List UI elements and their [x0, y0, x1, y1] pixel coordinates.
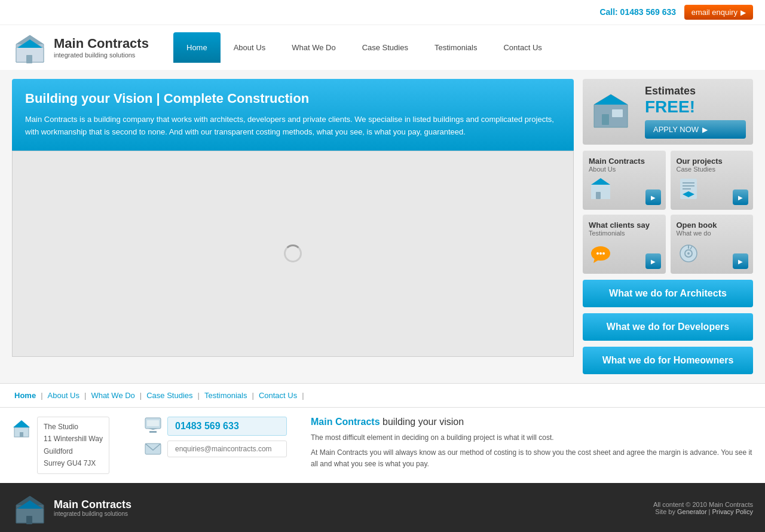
- fnav-testimonials[interactable]: Testimonials: [202, 390, 250, 401]
- nav-testimonials[interactable]: Testimonials: [421, 32, 491, 63]
- top-bar: Call: 01483 569 633 email enquiry ▶: [0, 0, 765, 25]
- estimates-box: Estimates FREE! APPLY NOW ▶: [583, 79, 753, 145]
- email-row: enquiries@maincontracts.com: [143, 439, 287, 458]
- svg-rect-32: [149, 431, 157, 433]
- estimates-icon: [590, 90, 638, 134]
- openbook-title: Open book: [677, 221, 748, 230]
- nav-about[interactable]: About Us: [221, 32, 279, 63]
- svg-rect-29: [20, 432, 23, 437]
- testimonials-icon: [589, 240, 613, 264]
- svg-marker-31: [148, 429, 158, 430]
- phone-number: Call: 01483 569 633: [599, 7, 676, 17]
- nav-case-studies[interactable]: Case Studies: [349, 32, 421, 63]
- loading-spinner: [284, 244, 302, 262]
- logo-icon: [12, 31, 48, 64]
- fnav-case-studies[interactable]: Case Studies: [144, 390, 195, 401]
- fnav-about[interactable]: About Us: [45, 390, 82, 401]
- main-nav: Home About Us What We Do Case Studies Te…: [173, 32, 555, 63]
- logo-main-text: Main Contracts: [54, 36, 149, 51]
- svg-rect-11: [596, 192, 601, 199]
- video-placeholder[interactable]: [12, 151, 574, 357]
- apply-arrow-icon: ▶: [702, 126, 708, 134]
- phone-icon: [143, 417, 163, 436]
- svg-marker-28: [13, 420, 30, 427]
- nav-home[interactable]: Home: [173, 32, 221, 63]
- email-enquiry-button[interactable]: email enquiry ▶: [684, 5, 753, 20]
- svg-point-24: [687, 252, 690, 255]
- svg-point-20: [599, 252, 602, 255]
- openbook-icon: [677, 240, 700, 264]
- generator-link[interactable]: Generator: [677, 508, 707, 515]
- email-icon: [143, 439, 163, 458]
- openbook-sub: What we do: [677, 230, 748, 237]
- nav-what-we-do[interactable]: What We Do: [279, 32, 348, 63]
- hero-box: Building your Vision | Complete Construc…: [12, 79, 574, 151]
- header: Main Contracts integrated building solut…: [0, 25, 765, 70]
- svg-marker-10: [591, 178, 610, 185]
- footer-logo-text: Main Contracts integrated building solut…: [54, 499, 131, 518]
- footer-logo: Main Contracts integrated building solut…: [12, 492, 167, 525]
- footer-logo-icon: [12, 492, 48, 525]
- svg-rect-7: [602, 114, 609, 125]
- footer-nav: Home | About Us | What We Do | Case Stud…: [0, 383, 765, 408]
- arrow-icon: ▶: [740, 8, 746, 17]
- contact-section: The Studio 11 Wintershill Way Guildford …: [0, 408, 765, 483]
- testimonials-button[interactable]: What clients say Testimonials ▶: [583, 215, 666, 274]
- svg-marker-6: [594, 94, 628, 105]
- svg-rect-13: [683, 182, 694, 184]
- developers-button[interactable]: What we do for Developers: [583, 313, 753, 341]
- svg-point-21: [602, 252, 605, 255]
- svg-rect-39: [26, 516, 32, 524]
- phone-field: 01483 569 633: [167, 417, 287, 436]
- privacy-link[interactable]: Privacy Policy: [712, 508, 753, 515]
- testimonials-sub: Testimonials: [589, 230, 660, 237]
- estimates-text: Estimates FREE! APPLY NOW ▶: [645, 85, 746, 139]
- apply-now-button[interactable]: APPLY NOW ▶: [645, 120, 746, 139]
- logo-sub-text: integrated building solutions: [54, 51, 149, 59]
- case-studies-button[interactable]: Our projects Case Studies ▶: [671, 151, 754, 210]
- footer-logo-sub: integrated building solutions: [54, 510, 131, 517]
- company-blurb: Main Contracts building your vision The …: [299, 417, 753, 474]
- right-column: Estimates FREE! APPLY NOW ▶ Main Contrac…: [583, 79, 753, 374]
- left-column: Building your Vision | Complete Construc…: [12, 79, 574, 374]
- fnav-what-we-do[interactable]: What We Do: [88, 390, 137, 401]
- svg-rect-14: [683, 185, 694, 186]
- projects-icon: [677, 176, 700, 200]
- address-block: The Studio 11 Wintershill Way Guildford …: [12, 417, 131, 474]
- logo-area: Main Contracts integrated building solut…: [12, 31, 167, 64]
- hero-title: Building your Vision | Complete Construc…: [25, 91, 561, 106]
- phone-row: 01483 569 633: [143, 417, 287, 436]
- play-icon: ▶: [645, 253, 661, 269]
- blurb-para1: The most difficult element in deciding o…: [311, 432, 753, 444]
- homeowners-button[interactable]: What we do for Homeowners: [583, 347, 753, 374]
- svg-point-19: [596, 252, 599, 255]
- architects-button[interactable]: What we do for Architects: [583, 280, 753, 307]
- main-content: Building your Vision | Complete Construc…: [0, 70, 765, 383]
- svg-rect-33: [147, 420, 159, 426]
- hero-body: Main Contracts is a building company tha…: [25, 114, 561, 139]
- estimates-free: FREE!: [645, 97, 746, 117]
- about-sub: About Us: [589, 166, 660, 173]
- blurb-title: Main Contracts building your vision: [311, 417, 753, 427]
- copyright-block: All content © 2010 Main Contracts Site b…: [653, 501, 753, 515]
- svg-rect-15: [683, 188, 691, 189]
- testimonials-title: What clients say: [589, 221, 660, 230]
- play-icon: ▶: [733, 189, 748, 205]
- play-icon: ▶: [645, 189, 661, 205]
- address-box: The Studio 11 Wintershill Way Guildford …: [37, 417, 109, 474]
- phone-block: 01483 569 633 enquiries@maincontracts.co…: [143, 417, 287, 458]
- fnav-contact[interactable]: Contact Us: [256, 390, 299, 401]
- open-book-button[interactable]: Open book What we do ▶: [671, 215, 754, 274]
- projects-sub: Case Studies: [677, 166, 748, 173]
- about-us-button[interactable]: Main Contracts About Us ▶: [583, 151, 666, 210]
- svg-rect-4: [26, 55, 32, 63]
- blurb-para2: At Main Contracts you will always know a…: [311, 447, 753, 470]
- estimates-label: Estimates: [645, 85, 746, 97]
- quick-links-grid: Main Contracts About Us ▶ Our projects C…: [583, 151, 753, 274]
- nav-contact[interactable]: Contact Us: [490, 32, 555, 63]
- logo-text: Main Contracts integrated building solut…: [54, 36, 149, 58]
- footer-logo-main: Main Contracts: [54, 499, 131, 511]
- about-icon: [589, 176, 613, 200]
- play-icon: ▶: [733, 253, 748, 269]
- fnav-home[interactable]: Home: [12, 390, 38, 401]
